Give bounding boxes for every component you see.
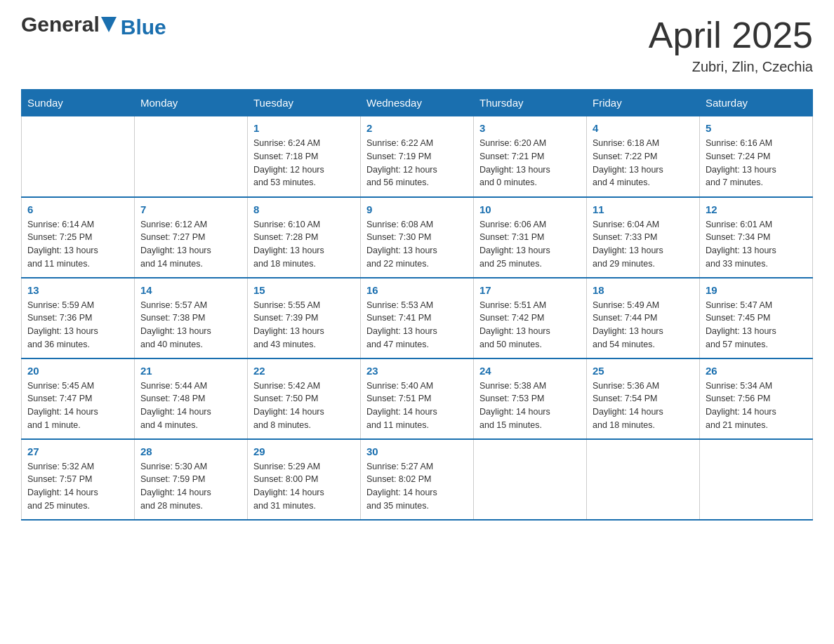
day-info: Sunrise: 5:44 AM Sunset: 7:48 PM Dayligh… <box>140 380 241 432</box>
day-number: 12 <box>706 203 807 215</box>
day-info: Sunrise: 5:59 AM Sunset: 7:36 PM Dayligh… <box>27 299 128 351</box>
day-cell-20: 19Sunrise: 5:47 AM Sunset: 7:45 PM Dayli… <box>700 278 813 358</box>
calendar-subtitle: Zubri, Zlin, Czechia <box>649 59 813 75</box>
day-number: 25 <box>593 365 694 377</box>
day-number: 7 <box>140 203 241 215</box>
day-number: 2 <box>366 122 468 134</box>
day-number: 17 <box>479 284 581 296</box>
day-info: Sunrise: 6:14 AM Sunset: 7:25 PM Dayligh… <box>27 218 128 271</box>
logo-blue-text: Blue <box>121 15 166 39</box>
day-cell-5: 4Sunrise: 6:18 AM Sunset: 7:22 PM Daylig… <box>587 116 700 197</box>
day-cell-32 <box>474 439 587 520</box>
logo-container: General <box>21 14 118 35</box>
day-cell-8: 7Sunrise: 6:12 AM Sunset: 7:27 PM Daylig… <box>135 197 248 278</box>
day-cell-9: 8Sunrise: 6:10 AM Sunset: 7:28 PM Daylig… <box>248 197 361 278</box>
day-info: Sunrise: 6:22 AM Sunset: 7:19 PM Dayligh… <box>366 137 468 189</box>
day-info: Sunrise: 5:40 AM Sunset: 7:51 PM Dayligh… <box>366 380 468 432</box>
day-cell-10: 9Sunrise: 6:08 AM Sunset: 7:30 PM Daylig… <box>361 197 474 278</box>
day-info: Sunrise: 6:12 AM Sunset: 7:27 PM Dayligh… <box>140 218 241 271</box>
header-wednesday: Wednesday <box>361 90 474 116</box>
weekday-header-row: Sunday Monday Tuesday Wednesday Thursday… <box>22 90 813 116</box>
day-cell-13: 12Sunrise: 6:01 AM Sunset: 7:34 PM Dayli… <box>700 197 813 278</box>
day-number: 22 <box>253 365 355 377</box>
day-cell-18: 17Sunrise: 5:51 AM Sunset: 7:42 PM Dayli… <box>474 278 587 358</box>
day-info: Sunrise: 6:01 AM Sunset: 7:34 PM Dayligh… <box>706 218 807 271</box>
day-number: 15 <box>253 284 355 296</box>
logo: General <box>21 14 118 35</box>
day-info: Sunrise: 6:06 AM Sunset: 7:31 PM Dayligh… <box>479 218 581 271</box>
day-cell-2: 1Sunrise: 6:24 AM Sunset: 7:18 PM Daylig… <box>248 116 361 197</box>
day-info: Sunrise: 5:36 AM Sunset: 7:54 PM Dayligh… <box>593 380 694 432</box>
header-sunday: Sunday <box>22 90 135 116</box>
day-cell-23: 22Sunrise: 5:42 AM Sunset: 7:50 PM Dayli… <box>248 358 361 439</box>
day-cell-24: 23Sunrise: 5:40 AM Sunset: 7:51 PM Dayli… <box>361 358 474 439</box>
day-cell-12: 11Sunrise: 6:04 AM Sunset: 7:33 PM Dayli… <box>587 197 700 278</box>
day-number: 9 <box>366 203 468 215</box>
day-cell-15: 14Sunrise: 5:57 AM Sunset: 7:38 PM Dayli… <box>135 278 248 358</box>
day-cell-34 <box>700 439 813 520</box>
header-friday: Friday <box>587 90 700 116</box>
day-info: Sunrise: 5:53 AM Sunset: 7:41 PM Dayligh… <box>366 299 468 351</box>
title-section: April 2025 Zubri, Zlin, Czechia <box>649 14 813 75</box>
day-info: Sunrise: 5:30 AM Sunset: 7:59 PM Dayligh… <box>140 460 241 513</box>
day-info: Sunrise: 5:38 AM Sunset: 7:53 PM Dayligh… <box>479 380 581 432</box>
day-number: 30 <box>366 445 468 457</box>
day-cell-16: 15Sunrise: 5:55 AM Sunset: 7:39 PM Dayli… <box>248 278 361 358</box>
day-info: Sunrise: 5:34 AM Sunset: 7:56 PM Dayligh… <box>706 380 807 432</box>
day-info: Sunrise: 6:04 AM Sunset: 7:33 PM Dayligh… <box>593 218 694 271</box>
day-cell-26: 25Sunrise: 5:36 AM Sunset: 7:54 PM Dayli… <box>587 358 700 439</box>
day-cell-33 <box>587 439 700 520</box>
day-cell-19: 18Sunrise: 5:49 AM Sunset: 7:44 PM Dayli… <box>587 278 700 358</box>
day-info: Sunrise: 5:42 AM Sunset: 7:50 PM Dayligh… <box>253 380 355 432</box>
day-number: 26 <box>706 365 807 377</box>
day-number: 1 <box>253 122 355 134</box>
day-number: 28 <box>140 445 241 457</box>
day-info: Sunrise: 6:08 AM Sunset: 7:30 PM Dayligh… <box>366 218 468 271</box>
day-number: 20 <box>27 365 128 377</box>
day-cell-29: 28Sunrise: 5:30 AM Sunset: 7:59 PM Dayli… <box>135 439 248 520</box>
header-monday: Monday <box>135 90 248 116</box>
day-info: Sunrise: 6:18 AM Sunset: 7:22 PM Dayligh… <box>593 137 694 189</box>
day-info: Sunrise: 5:51 AM Sunset: 7:42 PM Dayligh… <box>479 299 581 351</box>
day-number: 4 <box>593 122 694 134</box>
day-info: Sunrise: 5:55 AM Sunset: 7:39 PM Dayligh… <box>253 299 355 351</box>
day-number: 21 <box>140 365 241 377</box>
day-cell-11: 10Sunrise: 6:06 AM Sunset: 7:31 PM Dayli… <box>474 197 587 278</box>
day-number: 14 <box>140 284 241 296</box>
day-info: Sunrise: 6:16 AM Sunset: 7:24 PM Dayligh… <box>706 137 807 189</box>
day-cell-6: 5Sunrise: 6:16 AM Sunset: 7:24 PM Daylig… <box>700 116 813 197</box>
day-number: 18 <box>593 284 694 296</box>
week-row-1: 1Sunrise: 6:24 AM Sunset: 7:18 PM Daylig… <box>22 116 813 197</box>
day-cell-0 <box>22 116 135 197</box>
week-row-5: 27Sunrise: 5:32 AM Sunset: 7:57 PM Dayli… <box>22 439 813 520</box>
day-number: 19 <box>706 284 807 296</box>
day-cell-22: 21Sunrise: 5:44 AM Sunset: 7:48 PM Dayli… <box>135 358 248 439</box>
calendar-table: Sunday Monday Tuesday Wednesday Thursday… <box>21 89 813 521</box>
day-info: Sunrise: 5:45 AM Sunset: 7:47 PM Dayligh… <box>27 380 128 432</box>
day-cell-30: 29Sunrise: 5:29 AM Sunset: 8:00 PM Dayli… <box>248 439 361 520</box>
day-number: 5 <box>706 122 807 134</box>
day-info: Sunrise: 5:57 AM Sunset: 7:38 PM Dayligh… <box>140 299 241 351</box>
day-cell-28: 27Sunrise: 5:32 AM Sunset: 7:57 PM Dayli… <box>22 439 135 520</box>
day-cell-27: 26Sunrise: 5:34 AM Sunset: 7:56 PM Dayli… <box>700 358 813 439</box>
day-number: 23 <box>366 365 468 377</box>
day-cell-14: 13Sunrise: 5:59 AM Sunset: 7:36 PM Dayli… <box>22 278 135 358</box>
logo-text: General <box>21 14 100 35</box>
day-cell-7: 6Sunrise: 6:14 AM Sunset: 7:25 PM Daylig… <box>22 197 135 278</box>
logo-triangle-icon <box>101 17 117 35</box>
day-info: Sunrise: 5:47 AM Sunset: 7:45 PM Dayligh… <box>706 299 807 351</box>
day-cell-21: 20Sunrise: 5:45 AM Sunset: 7:47 PM Dayli… <box>22 358 135 439</box>
header-saturday: Saturday <box>700 90 813 116</box>
day-number: 24 <box>479 365 581 377</box>
day-info: Sunrise: 6:20 AM Sunset: 7:21 PM Dayligh… <box>479 137 581 189</box>
page-header: General Blue April 2025 Zubri, Zlin, Cze… <box>21 14 813 75</box>
day-number: 29 <box>253 445 355 457</box>
day-cell-4: 3Sunrise: 6:20 AM Sunset: 7:21 PM Daylig… <box>474 116 587 197</box>
week-row-2: 6Sunrise: 6:14 AM Sunset: 7:25 PM Daylig… <box>22 197 813 278</box>
day-number: 10 <box>479 203 581 215</box>
day-number: 8 <box>253 203 355 215</box>
day-info: Sunrise: 5:32 AM Sunset: 7:57 PM Dayligh… <box>27 460 128 513</box>
week-row-4: 20Sunrise: 5:45 AM Sunset: 7:47 PM Dayli… <box>22 358 813 439</box>
day-info: Sunrise: 5:27 AM Sunset: 8:02 PM Dayligh… <box>366 460 468 513</box>
logo-bottom-row: Blue <box>121 15 166 39</box>
